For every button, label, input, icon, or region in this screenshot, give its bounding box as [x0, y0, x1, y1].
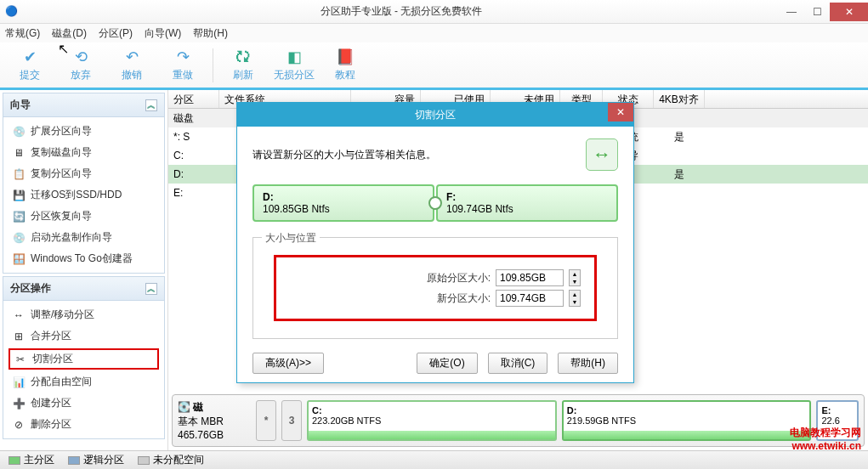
menu-general[interactable]: 常规(G) [5, 26, 40, 41]
redo-button[interactable]: ↷重做 [162, 48, 204, 82]
split-dialog: 切割分区 ✕ 请设置新分区的大小与位置等相关信息。 ↔ D: 109.85GB … [236, 102, 634, 383]
wizard-panel: 向导 ︽ 💿扩展分区向导 🖥复制磁盘向导 📋复制分区向导 💾迁移OS到SSD/H… [3, 93, 165, 274]
disk-icon: 💽 [178, 401, 190, 413]
new-size-label: 新分区大小: [437, 291, 491, 306]
sidebar-item-allocate[interactable]: 📊分配自由空间 [3, 371, 164, 393]
refresh-button[interactable]: 🗘刷新 [222, 48, 264, 82]
size-position-fieldset: 大小与位置 原始分区大小: ▲▼ 新分区大小: ▲▼ [252, 237, 618, 339]
highlight-box: 原始分区大小: ▲▼ 新分区大小: ▲▼ [274, 255, 597, 321]
slider-segment-f: F: 109.74GB Ntfs [436, 184, 618, 222]
legend-primary: 主分区 [9, 453, 54, 467]
menu-wizard[interactable]: 向导(W) [145, 26, 181, 41]
sidebar-item-extend[interactable]: 💿扩展分区向导 [3, 121, 164, 142]
partition-segment-num[interactable]: 3 [281, 400, 302, 441]
sidebar-item-migrate[interactable]: 💾迁移OS到SSD/HDD [3, 184, 164, 206]
new-size-input[interactable] [496, 290, 564, 307]
window-title: 分区助手专业版 - 无损分区免费软件 [24, 4, 779, 19]
copy-icon: 📋 [12, 167, 26, 181]
undo-icon: ↶ [122, 48, 141, 66]
sidebar-item-merge[interactable]: ⊞合并分区 [3, 325, 164, 347]
sidebar-item-copydisk[interactable]: 🖥复制磁盘向导 [3, 142, 164, 163]
sidebar-item-create[interactable]: ➕创建分区 [3, 393, 164, 414]
resize-icon: ◧ [285, 48, 304, 66]
sidebar-item-delete[interactable]: ⊘删除分区 [3, 414, 164, 435]
legend-unalloc: 未分配空间 [138, 453, 204, 467]
cd-icon: 💿 [12, 231, 26, 245]
resize-icon: ↔ [12, 308, 26, 322]
windows-icon: 🪟 [12, 252, 26, 266]
col-4k[interactable]: 4KB对齐 [654, 90, 705, 108]
window-controls: — ☐ ✕ [779, 3, 868, 21]
menubar: 常规(G) 磁盘(D) 分区(P) 向导(W) 帮助(H) [0, 24, 868, 42]
collapse-icon[interactable]: ︽ [145, 99, 157, 111]
partition-icon: ↔ [586, 138, 618, 171]
redo-icon: ↷ [173, 48, 192, 66]
new-size-spinner[interactable]: ▲▼ [569, 290, 581, 307]
minimize-button[interactable]: — [779, 3, 804, 21]
discard-icon: ⟲ [71, 48, 90, 66]
toolbar-separator [213, 48, 213, 82]
dialog-titlebar[interactable]: 切割分区 ✕ [237, 103, 633, 127]
sidebar-item-recover[interactable]: 🔄分区恢复向导 [3, 206, 164, 227]
app-icon: 🔵 [5, 5, 19, 19]
book-icon: 📕 [336, 48, 355, 66]
split-slider[interactable]: D: 109.85GB Ntfs F: 109.74GB Ntfs [252, 184, 618, 222]
split-icon: ✂ [14, 353, 27, 366]
operations-panel-header[interactable]: 分区操作 ︽ [3, 276, 165, 301]
collapse-icon[interactable]: ︽ [145, 283, 157, 295]
recover-icon: 🔄 [12, 210, 26, 223]
toolbar: ✔提交 ⟲放弃 ↶撤销 ↷重做 🗘刷新 ◧无损分区 📕教程 [0, 42, 868, 90]
discard-button[interactable]: ⟲放弃 [60, 48, 102, 82]
refresh-icon: 🗘 [234, 48, 252, 66]
help-button[interactable]: 帮助(H) [558, 353, 618, 374]
menu-partition[interactable]: 分区(P) [99, 26, 133, 41]
dialog-description: 请设置新分区的大小与位置等相关信息。 [252, 148, 436, 162]
advanced-button[interactable]: 高级(A)>> [252, 353, 324, 374]
create-icon: ➕ [12, 397, 26, 410]
legend-logical: 逻辑分区 [68, 453, 124, 467]
ok-button[interactable]: 确定(O) [417, 353, 477, 374]
disk-info: 💽 磁 基本 MBR 465.76GB [178, 400, 251, 441]
original-size-input[interactable] [496, 269, 564, 286]
sidebar: 向导 ︽ 💿扩展分区向导 🖥复制磁盘向导 📋复制分区向导 💾迁移OS到SSD/H… [0, 90, 168, 450]
diskbar-area: 💽 磁 基本 MBR 465.76GB * 3 C: 223.20GB NTFS… [168, 391, 868, 450]
partition-segment-c[interactable]: C: 223.20GB NTFS [307, 400, 557, 441]
ssd-icon: 💾 [12, 189, 26, 202]
usage-band [309, 431, 555, 439]
disk-icon: 💿 [12, 125, 26, 138]
wizard-panel-header[interactable]: 向导 ︽ [3, 93, 165, 117]
sidebar-item-copypart[interactable]: 📋复制分区向导 [3, 163, 164, 184]
allocate-icon: 📊 [12, 376, 26, 389]
sidebar-item-resize[interactable]: ↔调整/移动分区 [3, 304, 164, 325]
tutorial-button[interactable]: 📕教程 [324, 48, 366, 82]
partition-segment-d[interactable]: D: 219.59GB NTFS [562, 400, 812, 441]
usage-band [564, 431, 810, 439]
delete-icon: ⊘ [12, 418, 26, 432]
merge-icon: ⊞ [12, 330, 26, 343]
sidebar-item-split[interactable]: ✂切割分区 [9, 348, 159, 370]
sidebar-item-wintogo[interactable]: 🪟Windows To Go创建器 [3, 248, 164, 269]
copy-icon: 🖥 [12, 146, 26, 160]
original-size-label: 原始分区大小: [427, 271, 491, 285]
commit-button[interactable]: ✔提交 [9, 48, 51, 82]
operations-panel: 分区操作 ︽ ↔调整/移动分区 ⊞合并分区 ✂切割分区 📊分配自由空间 ➕创建分… [3, 276, 165, 439]
statusbar: 主分区 逻辑分区 未分配空间 [0, 450, 868, 469]
close-button[interactable]: ✕ [830, 3, 868, 21]
undo-button[interactable]: ↶撤销 [111, 48, 153, 82]
watermark: 电脑教程学习网 www.etwiki.cn [790, 426, 861, 452]
check-icon: ✔ [20, 48, 39, 66]
dialog-close-button[interactable]: ✕ [608, 103, 633, 121]
sidebar-item-bootcd[interactable]: 💿启动光盘制作向导 [3, 227, 164, 248]
col-partition[interactable]: 分区 [168, 90, 219, 108]
disk-layout-bar: 💽 磁 基本 MBR 465.76GB * 3 C: 223.20GB NTFS… [172, 394, 865, 447]
resize-button[interactable]: ◧无损分区 [273, 48, 315, 82]
slider-handle[interactable] [428, 196, 442, 210]
partition-segment-sys[interactable]: * [256, 400, 276, 441]
maximize-button[interactable]: ☐ [804, 3, 830, 21]
menu-help[interactable]: 帮助(H) [193, 26, 228, 41]
menu-disk[interactable]: 磁盘(D) [52, 26, 87, 41]
titlebar: 🔵 分区助手专业版 - 无损分区免费软件 — ☐ ✕ [0, 0, 868, 24]
original-size-spinner[interactable]: ▲▼ [569, 269, 581, 286]
slider-segment-d: D: 109.85GB Ntfs [252, 184, 434, 222]
cancel-button[interactable]: 取消(C) [488, 353, 548, 374]
